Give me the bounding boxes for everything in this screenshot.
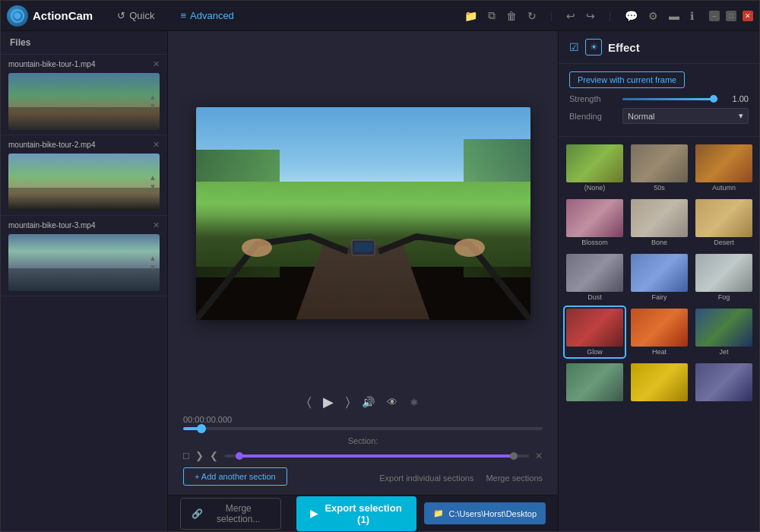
effect-row4a[interactable] (565, 362, 625, 404)
add-section-btn[interactable]: + Add another section (183, 467, 287, 486)
file-item-1[interactable]: mountain-bike-tour-1.mp4 ✕ ▲ ▼ (1, 55, 167, 135)
gear-icon[interactable]: ⚙ (648, 10, 658, 22)
effect-label-heat: Heat (652, 348, 667, 356)
file-close-2[interactable]: ✕ (153, 140, 160, 150)
trash-icon[interactable]: 🗑 (506, 10, 517, 22)
effects-fx-icon: ☀ (590, 42, 598, 52)
advanced-nav-btn[interactable]: ≡ Advanced (171, 7, 242, 24)
effect-label-fairy: Fairy (652, 293, 667, 301)
strength-slider[interactable] (622, 98, 718, 100)
effect-dust[interactable]: Dust (565, 252, 625, 302)
chat-icon[interactable]: 💬 (625, 10, 638, 22)
info-icon[interactable]: ℹ (690, 10, 694, 22)
effect-label-fog: Fog (718, 293, 730, 301)
effect-50s[interactable]: 50s (629, 143, 689, 193)
file-thumb-3: ▲ ▼ (8, 234, 160, 291)
effect-thumb-jet (695, 309, 752, 347)
effect-fog[interactable]: Fog (694, 252, 754, 302)
redo-icon[interactable]: ↪ (586, 10, 595, 22)
video-scene (196, 107, 530, 320)
merge-selection-btn[interactable]: 🔗 Merge selection... (180, 498, 281, 530)
effects-grid: (None) 50s Autumn Blossom (559, 137, 759, 531)
close-btn[interactable]: ✕ (743, 11, 753, 21)
section-thumb-right[interactable] (510, 452, 518, 460)
output-path-btn[interactable]: 📁 C:\Users\Horst\Desktop (424, 502, 546, 524)
refresh-icon[interactable]: ↻ (527, 10, 537, 22)
folder-icon[interactable]: 📁 (464, 10, 477, 22)
file-thumb-1: ▲ ▼ (8, 73, 160, 130)
logo-area: ActionCam (7, 5, 93, 27)
file-thumb-2: ▲ ▼ (8, 154, 160, 211)
export-selection-btn[interactable]: ▶ Export selection (1) (296, 496, 417, 531)
arrow-down-2[interactable]: ▼ (149, 183, 157, 191)
volume-btn[interactable]: 🔊 (362, 396, 375, 408)
effect-thumb-50s (631, 144, 688, 182)
file-close-3[interactable]: ✕ (153, 220, 160, 230)
effect-fairy[interactable]: Fairy (629, 252, 689, 302)
merge-sections-btn[interactable]: Merge sections (486, 473, 543, 483)
effects-panel: ☑ ☀ Effect Preview with current frame St… (558, 31, 759, 531)
effects-row-2: Blossom Bone Desert (565, 198, 753, 248)
effect-row4b[interactable] (629, 362, 689, 404)
effect-autumn[interactable]: Autumn (694, 143, 754, 193)
file-name-2: mountain-bike-tour-2.mp4 ✕ (8, 140, 160, 150)
effect-row4c[interactable] (694, 362, 754, 404)
quick-nav-btn[interactable]: ↺ Quick (108, 7, 163, 24)
export-icon: ▶ (310, 508, 318, 519)
section-back-icon[interactable]: ❮ (210, 450, 218, 461)
arrow-up-3[interactable]: ▲ (149, 255, 157, 262)
strength-thumb[interactable] (710, 95, 717, 103)
video-area (168, 31, 558, 388)
undo-icon[interactable]: ↩ (566, 10, 575, 22)
effect-label-bone: Bone (651, 239, 667, 246)
next-btn[interactable]: 〉 (346, 395, 350, 409)
section-close-btn[interactable]: ✕ (535, 451, 543, 461)
effect-jet[interactable]: Jet (694, 307, 754, 357)
minimize-btn[interactable]: – (709, 11, 720, 21)
effect-heat[interactable]: Heat (629, 307, 689, 357)
files-header: Files (1, 31, 167, 55)
section-fwd-icon[interactable]: ❯ (195, 450, 204, 461)
progress-thumb[interactable] (197, 424, 206, 433)
file-item-2[interactable]: mountain-bike-tour-2.mp4 ✕ ▲ ▼ (1, 135, 167, 216)
arrow-down-1[interactable]: ▼ (149, 103, 157, 110)
play-btn[interactable]: ▶ (323, 394, 334, 410)
section-slider[interactable] (224, 454, 529, 458)
file-close-1[interactable]: ✕ (153, 59, 160, 69)
main-content: Files mountain-bike-tour-1.mp4 ✕ ▲ ▼ (1, 31, 759, 531)
effect-blossom[interactable]: Blossom (565, 198, 625, 248)
eye-btn[interactable]: 👁 (387, 396, 397, 408)
effect-thumb-none (566, 144, 623, 182)
effect-bone[interactable]: Bone (629, 198, 689, 248)
preview-btn[interactable]: Preview with current frame (569, 71, 685, 88)
effect-label-none: (None) (584, 184, 606, 192)
title-bar: ActionCam ↺ Quick ≡ Advanced 📁 ⧉ 🗑 ↻ | ↩… (1, 1, 759, 31)
svg-point-2 (242, 239, 272, 257)
maximize-btn[interactable]: □ (726, 11, 736, 21)
bottom-section-bar: + Add another section Export individual … (183, 467, 543, 489)
center-panel: 〈 ▶ 〉 🔊 👁 ⚛ 00:00:00.000 Section: □ ❯ ❮ (168, 31, 558, 531)
strength-row: Strength 1.00 (569, 94, 749, 103)
arrow-down-3[interactable]: ▼ (149, 264, 157, 271)
mask-icon[interactable]: ▬ (669, 10, 679, 22)
effects-controls: Preview with current frame Strength 1.00… (559, 64, 759, 137)
arrow-up-1[interactable]: ▲ (149, 93, 157, 101)
export-individual-btn[interactable]: Export individual sections (379, 473, 473, 483)
effect-none[interactable]: (None) (565, 143, 625, 193)
section-thumb-left[interactable] (236, 452, 243, 460)
effect-label-desert: Desert (714, 239, 734, 246)
settings-btn[interactable]: ⚛ (410, 397, 419, 408)
effects-header: ☑ ☀ Effect (559, 31, 759, 64)
progress-bar[interactable] (183, 427, 543, 430)
copy-icon[interactable]: ⧉ (488, 9, 496, 22)
effects-title: Effect (608, 41, 640, 54)
prev-btn[interactable]: 〈 (307, 395, 311, 409)
blending-label: Blending (569, 112, 615, 121)
file-item-3[interactable]: mountain-bike-tour-3.mp4 ✕ ▲ ▼ (1, 216, 167, 296)
effect-thumb-row4c (695, 363, 752, 401)
effect-glow[interactable]: Glow (565, 307, 625, 357)
blending-select[interactable]: Normal ▾ (622, 108, 749, 124)
effect-desert[interactable]: Desert (694, 198, 754, 248)
playback-controls: 〈 ▶ 〉 🔊 👁 ⚛ (183, 394, 543, 410)
arrow-up-2[interactable]: ▲ (149, 174, 157, 182)
